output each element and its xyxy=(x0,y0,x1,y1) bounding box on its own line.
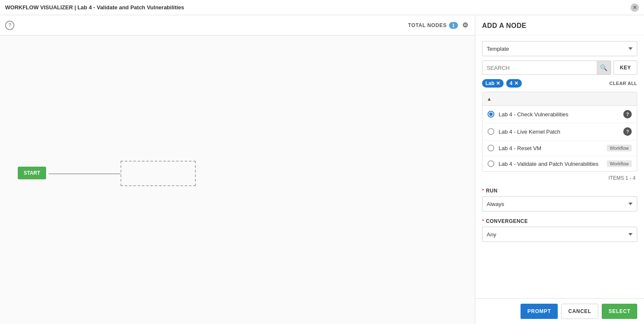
total-nodes-label: TOTAL NODES xyxy=(408,22,447,28)
app-title: WORKFLOW VISUALIZER | Lab 4 - Validate a… xyxy=(5,4,184,11)
canvas-content: START xyxy=(0,36,475,324)
list-item[interactable]: Lab 4 - Live Kernel Patch ? xyxy=(482,123,637,140)
cancel-button[interactable]: CANCEL xyxy=(561,304,598,319)
gear-icon[interactable]: ⚙ xyxy=(460,21,470,30)
node-placeholder[interactable] xyxy=(121,161,196,186)
run-required-star: * xyxy=(482,188,484,194)
filter-tag-4-label: 4 xyxy=(510,80,512,86)
workflow-badge-3: Workflow xyxy=(607,145,632,151)
list-container: ▲ Lab 4 - Check Vulnerabilities ? Lab 4 … xyxy=(482,92,637,172)
list-item[interactable]: Lab 4 - Check Vulnerabilities ? xyxy=(482,106,637,123)
sort-arrow-icon: ▲ xyxy=(487,96,492,102)
convergence-dropdown[interactable]: Any xyxy=(482,227,637,242)
list-item[interactable]: Lab 4 - Validate and Patch Vulnerabiliti… xyxy=(482,156,637,171)
canvas-area: ? TOTAL NODES 1 ⚙ START xyxy=(0,15,475,324)
filter-tag-4[interactable]: 4 ✕ xyxy=(506,79,522,88)
clear-all-button[interactable]: CLEAR ALL xyxy=(609,81,637,86)
radio-item-4[interactable] xyxy=(488,160,494,167)
nodes-count-badge: 1 xyxy=(449,22,458,29)
item-name-2: Lab 4 - Live Kernel Patch xyxy=(499,129,619,135)
filter-tag-lab[interactable]: Lab ✕ xyxy=(482,79,504,88)
title-bar: WORKFLOW VISUALIZER | Lab 4 - Validate a… xyxy=(0,0,644,15)
panel-title: ADD A NODE xyxy=(482,22,637,30)
connector-line xyxy=(49,173,121,174)
select-button[interactable]: SELECT xyxy=(602,304,637,319)
filter-tag-4-remove[interactable]: ✕ xyxy=(514,81,518,86)
filter-row: Lab ✕ 4 ✕ CLEAR ALL xyxy=(482,79,637,88)
panel-body: Template 🔍 KEY Lab ✕ 4 ✕ xyxy=(475,35,644,298)
run-dropdown[interactable]: Always xyxy=(482,196,637,211)
start-node[interactable]: START xyxy=(18,167,46,179)
items-count: ITEMS 1 - 4 xyxy=(482,175,637,181)
convergence-required-star: * xyxy=(482,218,484,224)
filter-tag-lab-label: Lab xyxy=(485,80,494,86)
list-sort-header[interactable]: ▲ xyxy=(482,92,637,106)
radio-item-2[interactable] xyxy=(488,128,494,135)
total-nodes: TOTAL NODES 1 ⚙ xyxy=(408,21,470,30)
run-field-label: * RUN xyxy=(482,188,637,194)
radio-item-3[interactable] xyxy=(488,145,494,151)
item-name-3: Lab 4 - Reset VM xyxy=(499,145,603,151)
key-button[interactable]: KEY xyxy=(614,60,637,75)
canvas-toolbar: ? TOTAL NODES 1 ⚙ xyxy=(0,15,475,36)
item-name-1: Lab 4 - Check Vulnerabilities xyxy=(499,111,619,118)
prompt-button[interactable]: PROMPT xyxy=(521,304,558,319)
search-input[interactable] xyxy=(482,60,611,75)
node-type-dropdown[interactable]: Template xyxy=(482,41,637,56)
search-wrap: 🔍 xyxy=(482,60,611,75)
filter-tag-lab-remove[interactable]: ✕ xyxy=(496,81,500,86)
item-help-icon-1[interactable]: ? xyxy=(623,110,632,118)
right-panel: ADD A NODE Template 🔍 KEY Lab ✕ xyxy=(475,15,644,324)
main-layout: ? TOTAL NODES 1 ⚙ START ADD A NODE Templ… xyxy=(0,15,644,324)
help-icon[interactable]: ? xyxy=(5,21,14,30)
radio-item-1[interactable] xyxy=(488,111,494,118)
run-field-group: * RUN Always xyxy=(482,188,637,211)
convergence-field-label: * CONVERGENCE xyxy=(482,218,637,224)
search-row: 🔍 KEY xyxy=(482,60,637,75)
convergence-field-group: * CONVERGENCE Any xyxy=(482,218,637,242)
list-item[interactable]: Lab 4 - Reset VM Workflow xyxy=(482,140,637,156)
panel-header: ADD A NODE xyxy=(475,15,644,35)
search-button[interactable]: 🔍 xyxy=(597,60,611,75)
item-help-icon-2[interactable]: ? xyxy=(623,127,632,136)
item-name-4: Lab 4 - Validate and Patch Vulnerabiliti… xyxy=(499,161,603,167)
close-button[interactable]: ✕ xyxy=(630,3,639,12)
panel-footer: PROMPT CANCEL SELECT xyxy=(475,298,644,324)
workflow-badge-4: Workflow xyxy=(607,160,632,167)
